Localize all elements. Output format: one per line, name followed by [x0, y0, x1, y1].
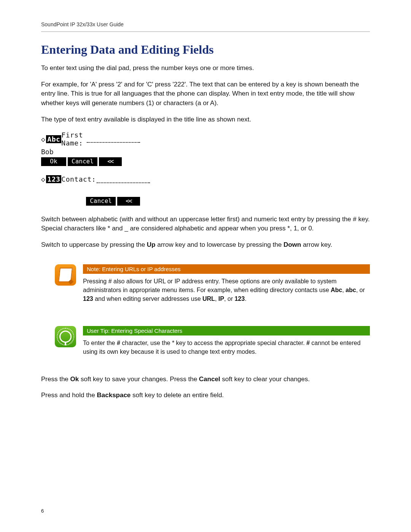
para-switch-case: Switch to uppercase by pressing the Up a… — [41, 240, 370, 250]
para-backspace: Press and hold the Backspace soft key to… — [41, 391, 370, 400]
text: , or — [356, 287, 365, 293]
text: , — [215, 296, 218, 302]
dotted-underline — [97, 176, 150, 183]
para-example: For example, for 'A' press '2' and for '… — [41, 80, 370, 108]
field-value: Bob — [41, 148, 140, 156]
softkey-backspace[interactable]: << — [117, 197, 140, 206]
field-label: First Name: — [61, 131, 86, 147]
bold: IP — [218, 296, 224, 302]
bold: Cancel — [199, 375, 220, 383]
tip-callout: User Tip: Entering Special Characters To… — [55, 326, 370, 356]
bold: # — [117, 340, 120, 346]
bold: abc — [346, 287, 356, 293]
header-rule — [41, 31, 370, 32]
lcd-first-name: ◇ Abc First Name: Bob Ok Cancel << — [41, 131, 140, 166]
bold: Ok — [70, 375, 79, 383]
para-ok-cancel: Press the Ok soft key to save your chang… — [41, 375, 370, 384]
text: and when editing server addresses use — [93, 296, 202, 302]
entry-mode-badge: 123 — [46, 175, 61, 183]
bold-down: Down — [284, 241, 301, 248]
text: To enter the — [83, 340, 117, 346]
note-callout: Note: Entering URLs or IP addresses Pres… — [55, 264, 370, 304]
running-header: SoundPoint IP 32x/33x User Guide — [41, 21, 370, 27]
softkey-cancel[interactable]: Cancel — [68, 157, 97, 166]
note-title-bar: Note: Entering URLs or IP addresses — [83, 264, 370, 274]
nav-diamond-icon: ◇ — [41, 175, 45, 183]
softkey-cancel[interactable]: Cancel — [86, 197, 116, 206]
page: SoundPoint IP 32x/33x User Guide Enterin… — [0, 0, 411, 532]
bold-up: Up — [147, 241, 156, 248]
text: character, use the * key to access the a… — [120, 340, 306, 346]
bold: 123 — [234, 296, 245, 302]
tip-text: To enter the # character, use the * key … — [83, 335, 370, 356]
para-switch-mode: Switch between alphabetic (with and with… — [41, 215, 370, 233]
dotted-underline — [87, 135, 140, 143]
para-title-line: The type of text entry available is disp… — [41, 115, 370, 125]
tip-body: User Tip: Entering Special Characters To… — [83, 326, 370, 356]
text: , or — [224, 296, 235, 302]
bold: URL — [202, 296, 215, 302]
para-intro: To enter text using the dial pad, press … — [41, 64, 370, 73]
bold: 123 — [83, 296, 93, 302]
text: soft key to clear your changes. — [220, 375, 310, 383]
tip-icon — [55, 326, 76, 347]
text: Pressing # also allows for URL or IP add… — [83, 278, 336, 293]
entry-mode-badge: Abc — [46, 135, 61, 143]
text: arrow key. — [301, 241, 332, 248]
bold: # — [306, 340, 310, 346]
text: Press and hold the — [41, 391, 97, 399]
page-number: 6 — [41, 508, 44, 514]
note-text: Pressing # also allows for URL or IP add… — [83, 274, 370, 304]
tip-title-bar: User Tip: Entering Special Characters — [83, 326, 370, 335]
text: soft key to delete an entire field. — [131, 391, 224, 399]
section-heading: Entering Data and Editing Fields — [41, 43, 370, 57]
note-icon — [55, 264, 76, 286]
text: soft key to save your changes. Press the — [79, 375, 199, 383]
text: . — [245, 296, 246, 302]
nav-diamond-icon: ◇ — [41, 135, 45, 143]
note-body: Note: Entering URLs or IP addresses Pres… — [83, 264, 370, 304]
text: , — [342, 287, 346, 293]
bold: Abc — [331, 287, 342, 293]
text: Switch to uppercase by pressing the — [41, 241, 147, 248]
field-label: Contact: — [61, 175, 96, 183]
text: Press the — [41, 375, 70, 383]
softkey-row: Ok Cancel << — [41, 157, 140, 166]
lcd-contact: ◇ 123 Contact: Cancel << — [41, 175, 140, 206]
softkey-ok[interactable]: Ok — [41, 157, 66, 166]
text: arrow key and to lowercase by pressing t… — [156, 241, 284, 248]
softkey-row: Cancel << — [41, 197, 140, 206]
softkey-backspace[interactable]: << — [99, 157, 122, 166]
bold: Backspace — [97, 391, 131, 399]
